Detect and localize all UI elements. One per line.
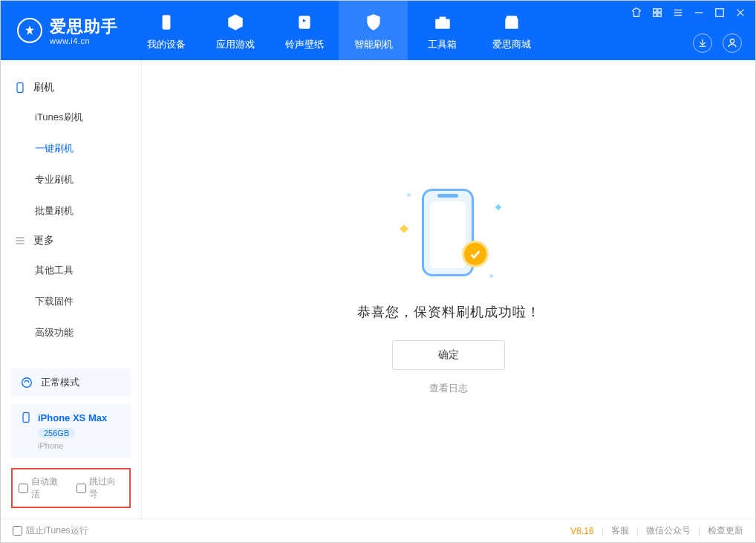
skip-guide-checkbox[interactable]: 跳过向导	[76, 475, 124, 501]
maximize-icon[interactable]	[714, 7, 726, 19]
main-nav: 我的设备 应用游戏 铃声壁纸 智能刷机 工具箱 爱思商城	[131, 1, 546, 60]
svg-rect-1	[299, 16, 310, 28]
window-controls	[630, 7, 746, 19]
shield-refresh-icon	[364, 10, 383, 34]
nav-label: 我的设备	[147, 38, 186, 51]
sidebar-item-label: 一键刷机	[35, 143, 74, 154]
device-capacity: 256GB	[38, 428, 75, 438]
close-icon[interactable]	[734, 7, 746, 19]
svg-rect-2	[435, 19, 450, 28]
nav-flash[interactable]: 智能刷机	[339, 1, 408, 60]
statusbar: 阻止iTunes运行 V8.16 | 客服 | 微信公众号 | 检查更新	[1, 518, 755, 542]
sidebar-item-label: iTunes刷机	[35, 111, 83, 123]
sidebar-group-label: 刷机	[33, 81, 54, 94]
sidebar-item-oneclick-flash[interactable]: 一键刷机	[1, 133, 141, 164]
header-action-icons	[693, 33, 742, 53]
nav-my-device[interactable]: 我的设备	[131, 1, 201, 60]
menu-icon[interactable]	[672, 7, 684, 19]
mode-label: 正常模式	[41, 376, 79, 389]
sidebar-item-label: 批量刷机	[35, 205, 74, 216]
sidebar-group-label: 更多	[33, 234, 54, 247]
svg-rect-3	[439, 16, 446, 19]
app-name: 爱思助手	[50, 16, 118, 38]
refresh-icon	[20, 376, 33, 389]
sidebar: 刷机 iTunes刷机 一键刷机 专业刷机 批量刷机 更多 其他工具 下载固件 …	[1, 60, 142, 518]
sidebar-item-label: 高级功能	[35, 327, 74, 338]
logo-icon	[17, 18, 42, 43]
toolbox-icon	[433, 10, 452, 34]
svg-point-15	[730, 39, 734, 43]
body: 刷机 iTunes刷机 一键刷机 专业刷机 批量刷机 更多 其他工具 下载固件 …	[1, 60, 755, 518]
nav-toolbox[interactable]: 工具箱	[408, 1, 477, 60]
sidebar-item-label: 其他工具	[35, 264, 74, 276]
sidebar-item-label: 下载固件	[35, 296, 74, 307]
store-icon	[502, 10, 521, 34]
mode-indicator[interactable]: 正常模式	[11, 368, 131, 397]
nav-label: 工具箱	[428, 38, 457, 51]
sidebar-item-download-firmware[interactable]: 下载固件	[1, 286, 141, 317]
checkbox-label: 阻止iTunes运行	[26, 524, 88, 537]
auto-activate-checkbox[interactable]: 自动激活	[19, 475, 66, 501]
nav-label: 铃声壁纸	[285, 38, 324, 51]
device-name: iPhone XS Max	[38, 412, 107, 423]
svg-rect-4	[654, 9, 656, 12]
minimize-icon[interactable]	[693, 7, 705, 19]
status-link-support[interactable]: 客服	[611, 524, 629, 537]
checkbox-label: 自动激活	[31, 475, 66, 501]
checkbox-label: 跳过向导	[89, 475, 124, 501]
user-icon[interactable]	[723, 33, 742, 53]
menu-small-icon	[14, 235, 26, 247]
nav-store[interactable]: 爱思商城	[477, 1, 546, 60]
device-type: iPhone	[38, 441, 122, 450]
highlighted-checks-box: 自动激活 跳过向导	[11, 468, 131, 508]
sidebar-item-label: 专业刷机	[35, 174, 74, 185]
nav-label: 应用游戏	[216, 38, 255, 51]
status-link-wechat[interactable]: 微信公众号	[646, 524, 691, 537]
sidebar-item-other-tools[interactable]: 其他工具	[1, 255, 141, 286]
success-illustration	[404, 184, 493, 281]
svg-rect-6	[654, 13, 656, 16]
nav-apps[interactable]: 应用游戏	[201, 1, 270, 60]
device-card[interactable]: iPhone XS Max 256GB iPhone	[11, 404, 131, 458]
sidebar-item-pro-flash[interactable]: 专业刷机	[1, 164, 141, 195]
app-url: www.i4.cn	[50, 36, 118, 45]
block-itunes-checkbox[interactable]: 阻止iTunes运行	[13, 524, 88, 537]
sidebar-item-itunes-flash[interactable]: iTunes刷机	[1, 102, 141, 133]
svg-rect-7	[658, 13, 661, 16]
sidebar-item-batch-flash[interactable]: 批量刷机	[1, 195, 141, 227]
phone-icon	[157, 10, 176, 34]
svg-rect-12	[716, 9, 724, 17]
phone-small-icon	[14, 82, 26, 94]
view-log-link[interactable]: 查看日志	[429, 382, 468, 395]
status-link-update[interactable]: 检查更新	[708, 524, 743, 537]
device-icon	[20, 412, 32, 423]
nav-ringtones[interactable]: 铃声壁纸	[270, 1, 339, 60]
grid-icon[interactable]	[651, 7, 663, 19]
success-message: 恭喜您，保资料刷机成功啦！	[357, 303, 541, 321]
version-label: V8.16	[570, 526, 593, 536]
nav-label: 智能刷机	[354, 38, 393, 51]
cube-icon	[226, 10, 245, 34]
ok-button[interactable]: 确定	[392, 340, 505, 370]
svg-rect-16	[17, 83, 23, 93]
svg-rect-0	[162, 15, 170, 30]
main-content: 恭喜您，保资料刷机成功啦！ 确定 查看日志	[142, 60, 755, 518]
svg-rect-5	[658, 9, 661, 12]
music-icon	[295, 10, 314, 34]
sidebar-group-more: 更多	[1, 227, 141, 255]
nav-label: 爱思商城	[492, 38, 531, 51]
app-logo: 爱思助手 www.i4.cn	[1, 16, 131, 45]
svg-rect-21	[23, 413, 29, 423]
titlebar: 爱思助手 www.i4.cn 我的设备 应用游戏 铃声壁纸 智能刷机 工具箱 爱…	[1, 1, 755, 60]
shirt-icon[interactable]	[630, 7, 642, 19]
download-icon[interactable]	[693, 33, 712, 53]
success-check-icon	[462, 241, 489, 267]
device-name-row: iPhone XS Max	[20, 412, 122, 423]
sidebar-item-advanced[interactable]: 高级功能	[1, 317, 141, 348]
sidebar-group-flash: 刷机	[1, 74, 141, 102]
svg-point-20	[22, 378, 32, 388]
